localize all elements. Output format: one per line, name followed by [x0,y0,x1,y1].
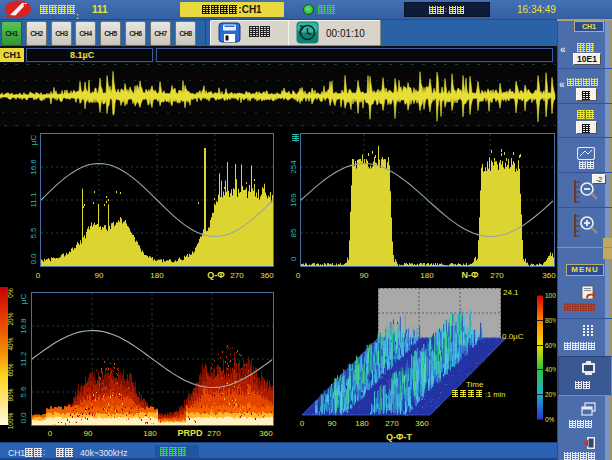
svg-text::1 min: :1 min [485,390,505,399]
svg-text:11.1: 11.1 [29,192,38,208]
svg-text:360: 360 [260,271,274,280]
svg-text:5.5: 5.5 [29,227,38,239]
svg-text:0%: 0% [545,416,555,423]
svg-text:16.6: 16.6 [29,159,38,175]
svg-text:0.0: 0.0 [19,412,28,424]
svg-text:0.0: 0.0 [29,253,38,265]
svg-text:180: 180 [150,271,164,280]
svg-text:60%: 60% [7,363,14,376]
svg-text:254: 254 [290,160,298,174]
svg-text:0.0µC: 0.0µC [502,332,524,341]
svg-text:100%: 100% [545,292,556,299]
svg-text:90: 90 [95,271,104,280]
svg-text:180: 180 [420,271,434,280]
svg-text:11.2: 11.2 [19,351,28,367]
svg-text:360: 360 [415,419,429,428]
svg-text:100%: 100% [7,412,14,429]
svg-text:270: 270 [385,419,399,428]
svg-text:Time: Time [466,380,484,389]
svg-text:270: 270 [207,429,221,438]
svg-text:5.6: 5.6 [19,386,28,398]
svg-text:60%: 60% [545,342,556,349]
svg-text:0: 0 [36,271,41,280]
svg-text:90: 90 [328,419,337,428]
svg-text:20%: 20% [7,312,14,325]
svg-text:20%: 20% [545,391,556,398]
svg-text:µC: µC [29,135,38,146]
svg-text:24.1: 24.1 [503,288,519,297]
svg-text:PRPD: PRPD [177,428,203,438]
svg-text:0: 0 [296,271,301,280]
svg-text:0%: 0% [7,288,14,298]
svg-text:270: 270 [230,271,244,280]
svg-text:40%: 40% [545,366,556,373]
svg-text:85: 85 [290,228,298,237]
svg-text:0: 0 [300,419,305,428]
svg-text:180: 180 [355,419,369,428]
svg-text:360: 360 [542,271,556,280]
svg-text:N-Φ: N-Φ [462,270,479,280]
svg-text:Q-Φ-T: Q-Φ-T [386,432,412,442]
svg-text:360: 360 [259,429,273,438]
svg-text:80%: 80% [545,317,556,324]
svg-text:270: 270 [490,271,504,280]
svg-text:0: 0 [290,256,298,261]
svg-text:169: 169 [290,193,298,207]
svg-text:µC: µC [19,294,28,305]
svg-text:40%: 40% [7,337,14,350]
svg-text:90: 90 [360,271,369,280]
svg-text:0: 0 [48,429,53,438]
svg-text:80%: 80% [7,388,14,401]
svg-text:90: 90 [84,429,93,438]
svg-text:16.8: 16.8 [19,318,28,334]
svg-text:Q-Φ: Q-Φ [207,270,225,280]
svg-text:180: 180 [143,429,157,438]
